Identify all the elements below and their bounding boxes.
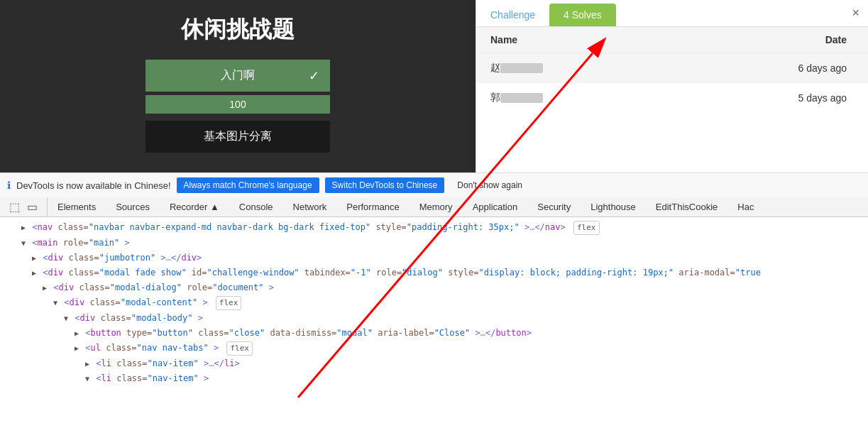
modal-tabs: Challenge 4 Solves <box>476 0 868 27</box>
col-date: Date <box>669 27 868 53</box>
devtools-icons: ⬚ ▭ <box>0 197 48 216</box>
devtools-notification: ℹ DevTools is now available in Chinese! … <box>0 172 868 198</box>
date-2: 5 days ago <box>669 83 868 113</box>
challenge-modal: × Challenge 4 Solves Name Date 赵 6 days … <box>476 0 868 172</box>
dont-show-button[interactable]: Don't show again <box>450 177 529 193</box>
code-line-11[interactable]: ▼ <li class="nav-item" > <box>0 371 868 386</box>
tab-lighthouse[interactable]: Lighthouse <box>581 197 646 216</box>
expand-icon: ▶ <box>32 269 36 277</box>
tab-performance[interactable]: Performance <box>336 197 409 216</box>
expand-icon: ▶ <box>75 329 79 337</box>
tab-challenge[interactable]: Challenge <box>476 4 549 26</box>
devtools-tabs-bar: ⬚ ▭ Elements Sources Recorder ▲ Console … <box>0 197 868 217</box>
code-line-2[interactable]: ▼ <main role="main" > <box>0 236 868 251</box>
col-name: Name <box>476 27 669 53</box>
match-language-button[interactable]: Always match Chrome's language <box>177 177 319 193</box>
challenge-button[interactable]: 入门啊 ✓ <box>145 60 330 92</box>
tab-solves[interactable]: 4 Solves <box>549 4 616 26</box>
expand-icon: ▼ <box>85 375 89 383</box>
challenge-score: 100 <box>145 95 330 114</box>
table-row: 赵 6 days ago <box>476 53 868 84</box>
expand-icon: ▶ <box>21 224 26 231</box>
expand-icon: ▶ <box>43 284 47 292</box>
checkmark-icon: ✓ <box>309 68 319 84</box>
expand-icon: ▶ <box>85 360 89 368</box>
code-line-9[interactable]: ▶ <ul class="nav nav-tabs" > flex <box>0 341 868 356</box>
expand-icon: ▼ <box>64 314 68 322</box>
website-title: 休闲挑战题 <box>181 14 295 45</box>
table-row: 郭 5 days ago <box>476 83 868 113</box>
blurred-name <box>500 63 543 73</box>
device-icon[interactable]: ▭ <box>23 197 41 216</box>
notification-text: DevTools is now available in Chinese! <box>16 180 171 191</box>
code-line-1[interactable]: ▶ <nav class="navbar navbar-expand-md na… <box>0 220 868 236</box>
info-icon: ℹ <box>7 180 11 191</box>
date-1: 6 days ago <box>669 53 868 84</box>
blurred-name2 <box>500 93 543 103</box>
flex-badge: flex <box>573 221 600 235</box>
tab-network[interactable]: Network <box>283 197 337 216</box>
tab-memory[interactable]: Memory <box>410 197 463 216</box>
code-line-4[interactable]: ▶ <div class="modal fade show" id="chall… <box>0 265 868 280</box>
expand-icon: ▶ <box>75 344 79 352</box>
expand-icon: ▼ <box>21 239 26 247</box>
expand-icon: ▶ <box>32 254 36 262</box>
solves-table: Name Date 赵 6 days ago 郭 5 days ago <box>476 27 868 113</box>
devtools-content: ▶ <nav class="navbar navbar-expand-md na… <box>0 220 868 428</box>
tab-elements[interactable]: Elements <box>48 197 106 216</box>
tab-sources[interactable]: Sources <box>106 197 160 216</box>
code-line-6[interactable]: ▼ <div class="modal-content" > flex <box>0 295 868 311</box>
code-line-8[interactable]: ▶ <button type="button" class="close" da… <box>0 326 868 341</box>
tab-editthiscookie[interactable]: EditThisCookie <box>646 197 727 216</box>
code-line-3[interactable]: ▶ <div class="jumbotron" >…</div> <box>0 251 868 265</box>
tab-security[interactable]: Security <box>527 197 581 216</box>
tab-application[interactable]: Application <box>463 197 528 216</box>
code-line-5[interactable]: ▶ <div class="modal-dialog" role="docume… <box>0 280 868 295</box>
code-line-10[interactable]: ▶ <li class="nav-item" >…</li> <box>0 356 868 371</box>
expand-icon: ▼ <box>53 299 57 307</box>
tab-console[interactable]: Console <box>229 197 283 216</box>
challenge-button2[interactable]: 基本图片分离 <box>145 121 330 153</box>
user-name-2: 郭 <box>476 83 669 113</box>
cursor-icon[interactable]: ⬚ <box>6 197 23 216</box>
switch-chinese-button[interactable]: Switch DevTools to Chinese <box>325 177 445 193</box>
modal-close-button[interactable]: × <box>852 6 859 21</box>
tab-recorder[interactable]: Recorder ▲ <box>160 197 229 216</box>
flex-badge: flex <box>216 296 242 310</box>
tab-hac[interactable]: Hac <box>727 197 764 216</box>
flex-badge: flex <box>226 341 253 356</box>
modal-content: Name Date 赵 6 days ago 郭 5 days ago <box>476 27 868 113</box>
code-line-7[interactable]: ▼ <div class="modal-body" > <box>0 311 868 326</box>
website-area: 休闲挑战题 入门啊 ✓ 100 基本图片分离 <box>0 0 476 172</box>
user-name-1: 赵 <box>476 53 669 84</box>
